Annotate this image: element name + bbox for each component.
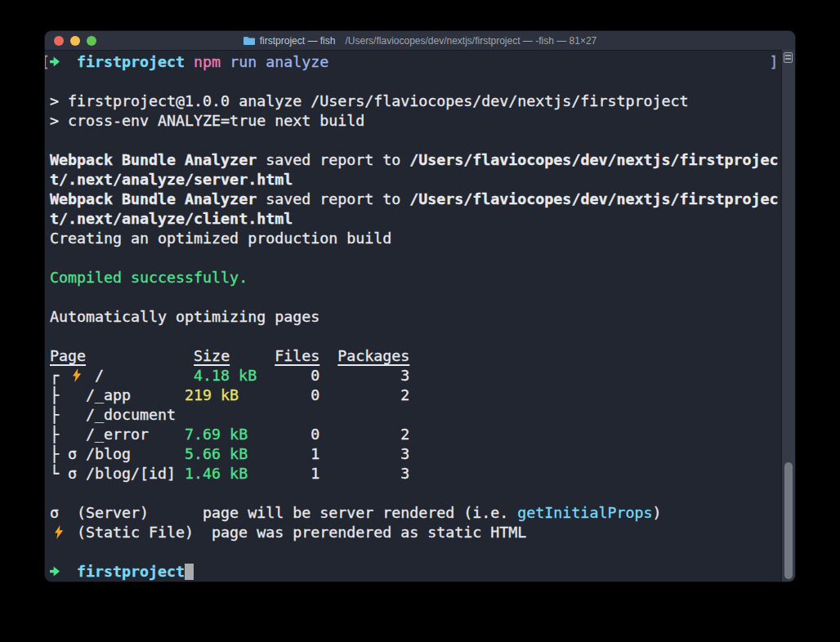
terminal-line: └ σ /blog/[id] 1.46 kB 1 3 (50, 464, 782, 484)
text-segment: saved report to (257, 190, 409, 207)
text-segment: ) (652, 504, 661, 521)
terminal-line: (Static File) page was prerendered as st… (50, 523, 782, 542)
shell-mark-right: ] (769, 52, 778, 72)
text-segment: 1 3 (248, 445, 409, 462)
lightning-icon (50, 524, 68, 544)
terminal-line: ├ /_app 219 kB 0 2 (50, 386, 782, 405)
terminal-line: Webpack Bundle Analyzer saved report to … (50, 150, 782, 170)
text-segment: Page (50, 347, 86, 364)
text-segment: 7.69 kB (185, 426, 248, 443)
text-segment: 5.66 kB (185, 445, 248, 462)
text-segment: 0 2 (239, 386, 409, 403)
text-segment: 1 3 (248, 465, 409, 482)
terminal-line (50, 131, 782, 150)
terminal-output[interactable]: firstproject npm run analyze[]> firstpro… (45, 50, 782, 582)
text-segment (59, 53, 77, 70)
terminal-line (50, 288, 782, 307)
text-segment: 0 2 (248, 426, 409, 443)
text-segment: ┌ (50, 367, 68, 384)
text-segment: > cross-env ANALYZE=true next build (50, 112, 364, 129)
text-segment: ├ /_document (50, 406, 176, 423)
text-segment: Creating an optimized production build (50, 230, 391, 247)
text-segment: t/.next/analyze/client.html (50, 210, 293, 227)
terminal-line (50, 248, 782, 268)
text-segment: 4.18 kB (194, 367, 257, 384)
text-segment: Files (275, 347, 319, 364)
terminal-line: ├ /_document (50, 405, 782, 425)
window-title-text: firstproject — fish (260, 35, 336, 47)
terminal-line: Compiled successfully. (50, 268, 782, 288)
text-segment: 0 3 (257, 367, 409, 384)
text-segment: getInitialProps (517, 504, 652, 521)
text-segment: firstproject (77, 53, 185, 70)
text-segment: ├ /_error (50, 426, 185, 443)
terminal-line: ┌ / 4.18 kB 0 3 (50, 366, 782, 386)
text-segment: 1.46 kB (185, 465, 248, 482)
text-segment: ├ /_app (50, 386, 185, 403)
terminal-cursor (185, 564, 194, 580)
close-window-button[interactable] (54, 36, 64, 46)
text-segment: Automatically optimizing pages (50, 308, 319, 325)
terminal-line: ├ /_error 7.69 kB 0 2 (50, 425, 782, 444)
zoom-window-button[interactable] (87, 36, 96, 46)
text-segment: /Users/flaviocopes/dev/nextjs/firstproje… (409, 151, 778, 168)
folder-icon (244, 36, 255, 45)
text-segment: Webpack Bundle Analyzer (50, 190, 257, 207)
text-segment: Size (194, 347, 230, 364)
text-segment: ├ σ /blog (50, 445, 185, 462)
text-segment: t/.next/analyze/server.html (50, 171, 293, 188)
terminal-line: σ (Server) page will be server rendered … (50, 503, 782, 523)
terminal-line: Page Size Files Packages (50, 346, 782, 366)
terminal-line (50, 542, 782, 562)
traffic-light-buttons (54, 31, 96, 50)
text-segment (86, 347, 194, 364)
window-titlebar[interactable]: firstproject — fish /Users/flaviocopes/d… (45, 31, 795, 51)
text-segment: Compiled successfully. (50, 269, 248, 286)
terminal-line (50, 327, 782, 346)
text-segment: Packages (337, 347, 409, 364)
window-title: firstproject — fish /Users/flaviocopes/d… (244, 35, 597, 47)
text-segment: (Static File) page was prerendered as st… (68, 524, 526, 541)
text-segment: σ (Server) page will be server rendered … (50, 504, 517, 521)
text-segment: run analyze (230, 53, 328, 70)
text-segment: Webpack Bundle Analyzer (50, 151, 257, 168)
lightning-icon (68, 368, 86, 387)
scrollbar-thumb[interactable] (784, 462, 793, 579)
text-segment: └ σ /blog/[id] (50, 465, 185, 482)
terminal-window: firstproject — fish /Users/flaviocopes/d… (45, 31, 795, 582)
terminal-line: > cross-env ANALYZE=true next build (50, 111, 782, 131)
text-segment (185, 53, 194, 70)
text-segment (319, 347, 337, 364)
terminal-line (50, 72, 782, 91)
text-segment (59, 563, 77, 580)
prompt-arrow-icon (50, 53, 59, 73)
text-segment: /Users/flaviocopes/dev/nextjs/firstproje… (409, 190, 778, 207)
terminal-line: > firstproject@1.0.0 analyze /Users/flav… (50, 91, 782, 111)
terminal-line: ├ σ /blog 5.66 kB 1 3 (50, 444, 782, 464)
terminal-line: firstproject (50, 562, 782, 582)
shell-mark-left: [ (45, 52, 50, 72)
minimize-window-button[interactable] (70, 36, 80, 46)
window-title-path: /Users/flaviocopes/dev/nextjs/firstproje… (345, 35, 596, 47)
scrollbar-track[interactable] (781, 50, 795, 582)
terminal-line: t/.next/analyze/client.html (50, 209, 782, 229)
text-segment (230, 347, 275, 364)
terminal-line: firstproject npm run analyze[] (50, 52, 782, 72)
terminal-line: Webpack Bundle Analyzer saved report to … (50, 189, 782, 209)
text-segment: npm (194, 53, 221, 70)
text-segment: 219 kB (185, 386, 239, 403)
text-segment: firstproject (77, 563, 185, 580)
text-segment: > firstproject@1.0.0 analyze /Users/flav… (50, 92, 688, 109)
text-segment: / (86, 367, 194, 384)
terminal-line (50, 484, 782, 503)
scrollback-marker-icon[interactable] (784, 52, 793, 63)
text-segment: saved report to (257, 151, 409, 168)
desktop-background: firstproject — fish /Users/flaviocopes/d… (0, 0, 840, 642)
terminal-line: Creating an optimized production build (50, 229, 782, 248)
text-segment (221, 53, 230, 70)
prompt-arrow-icon (50, 563, 59, 582)
terminal-line: Automatically optimizing pages (50, 307, 782, 327)
terminal-line: t/.next/analyze/server.html (50, 170, 782, 189)
